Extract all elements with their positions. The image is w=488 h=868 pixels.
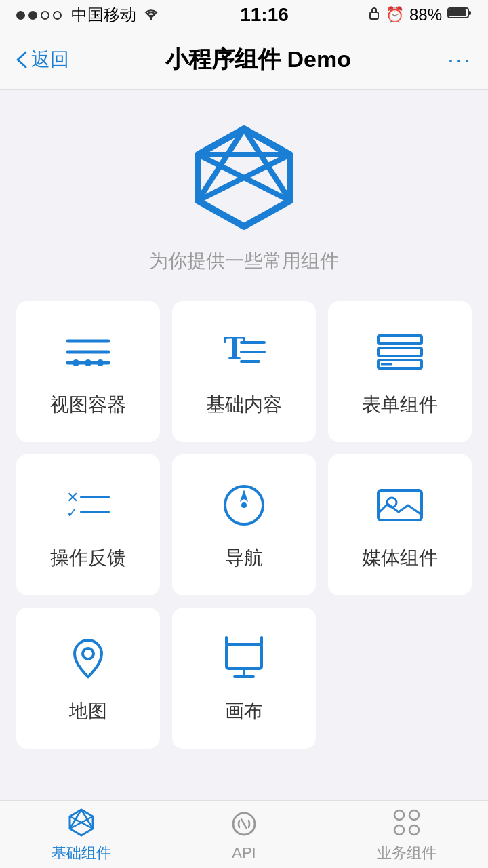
tab-business-components-label: 业务组件 bbox=[377, 843, 436, 863]
time-display: 11:16 bbox=[240, 4, 289, 26]
tab-api-icon bbox=[228, 808, 260, 840]
action-feedback-label: 操作反馈 bbox=[50, 545, 126, 571]
signal-dots bbox=[16, 11, 62, 20]
media-component-label: 媒体组件 bbox=[362, 545, 438, 571]
component-grid: 视图容器 T 基础内容 bbox=[0, 301, 488, 749]
tab-basic-components-icon bbox=[65, 806, 98, 839]
navigation-icon bbox=[214, 481, 274, 529]
grid-item-view-container[interactable]: 视图容器 bbox=[16, 301, 160, 442]
tab-business-components-icon bbox=[390, 806, 423, 839]
alarm-icon: ⏰ bbox=[386, 6, 404, 24]
back-button[interactable]: 返回 bbox=[16, 47, 69, 73]
form-component-icon bbox=[369, 328, 430, 376]
svg-point-0 bbox=[150, 18, 152, 20]
tab-bar: 基础组件 API 业务组件 bbox=[0, 800, 488, 868]
nav-bar: 返回 小程序组件 Demo ··· bbox=[0, 30, 488, 90]
grid-item-navigation[interactable]: 导航 bbox=[172, 454, 316, 595]
form-component-label: 表单组件 bbox=[362, 392, 438, 418]
page-title: 小程序组件 Demo bbox=[165, 44, 351, 75]
svg-point-17 bbox=[97, 359, 104, 366]
svg-rect-23 bbox=[378, 348, 422, 356]
carrier-label: 中国移动 bbox=[71, 4, 136, 26]
grid-item-media-component[interactable]: 媒体组件 bbox=[328, 454, 472, 595]
svg-rect-33 bbox=[378, 490, 422, 520]
tab-api-label: API bbox=[232, 844, 256, 862]
svg-rect-4 bbox=[468, 11, 471, 15]
svg-rect-36 bbox=[226, 644, 262, 669]
grid-item-map[interactable]: 地图 bbox=[16, 608, 160, 749]
svg-point-50 bbox=[394, 825, 404, 835]
status-bar: 中国移动 11:16 ⏰ 88% bbox=[0, 0, 488, 30]
svg-point-31 bbox=[241, 502, 247, 508]
svg-line-47 bbox=[241, 819, 247, 829]
tab-api[interactable]: API bbox=[163, 802, 325, 867]
main-content: 为你提供一些常用组件 视图容器 T bbox=[0, 90, 488, 800]
status-left: 中国移动 bbox=[16, 4, 161, 26]
action-feedback-icon: ✕ ✓ bbox=[58, 481, 119, 529]
canvas-icon bbox=[214, 635, 274, 682]
svg-point-48 bbox=[394, 810, 404, 820]
lock-icon bbox=[368, 5, 380, 24]
svg-rect-22 bbox=[378, 336, 422, 344]
svg-point-51 bbox=[409, 825, 419, 835]
basic-content-icon: T bbox=[214, 328, 274, 376]
hero-subtitle: 为你提供一些常用组件 bbox=[149, 248, 339, 274]
svg-rect-1 bbox=[370, 12, 378, 19]
svg-text:✕: ✕ bbox=[66, 489, 79, 506]
back-label: 返回 bbox=[31, 47, 69, 73]
svg-point-35 bbox=[83, 648, 94, 659]
battery-label: 88% bbox=[409, 5, 442, 24]
basic-content-label: 基础内容 bbox=[206, 392, 282, 418]
grid-item-basic-content[interactable]: T 基础内容 bbox=[172, 301, 316, 442]
more-button[interactable]: ··· bbox=[447, 45, 472, 74]
svg-point-49 bbox=[409, 810, 419, 820]
hero-section: 为你提供一些常用组件 bbox=[149, 103, 339, 301]
svg-point-16 bbox=[85, 359, 92, 366]
media-component-icon bbox=[369, 481, 430, 529]
grid-item-form-component[interactable]: 表单组件 bbox=[328, 301, 472, 442]
wifi-icon bbox=[142, 5, 161, 24]
canvas-label: 画布 bbox=[225, 698, 263, 724]
svg-point-15 bbox=[73, 359, 79, 366]
map-icon bbox=[58, 635, 119, 682]
map-label: 地图 bbox=[69, 698, 107, 724]
tab-business-components[interactable]: 业务组件 bbox=[325, 801, 488, 869]
tab-basic-components[interactable]: 基础组件 bbox=[0, 801, 163, 869]
svg-text:✓: ✓ bbox=[66, 505, 78, 520]
battery-icon bbox=[447, 6, 472, 24]
view-container-label: 视图容器 bbox=[50, 392, 126, 418]
svg-rect-3 bbox=[449, 9, 466, 16]
navigation-label: 导航 bbox=[225, 545, 263, 571]
status-right: ⏰ 88% bbox=[368, 5, 472, 24]
grid-item-canvas[interactable]: 画布 bbox=[172, 608, 316, 749]
app-logo bbox=[190, 123, 298, 232]
view-container-icon bbox=[58, 328, 119, 376]
grid-item-action-feedback[interactable]: ✕ ✓ 操作反馈 bbox=[16, 454, 160, 595]
tab-basic-components-label: 基础组件 bbox=[52, 843, 111, 863]
